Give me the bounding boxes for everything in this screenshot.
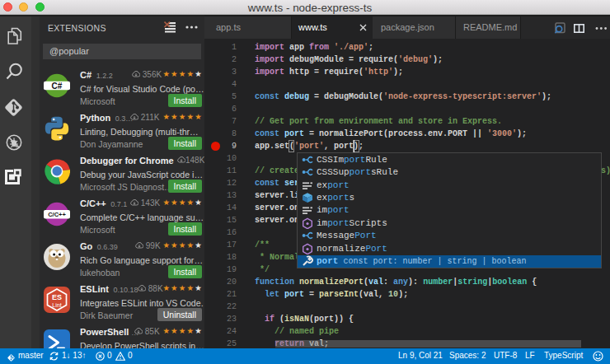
svg-text:Lint: Lint	[52, 302, 61, 308]
svg-text:C/C++: C/C++	[48, 211, 66, 218]
svg-text:C#: C#	[52, 82, 63, 91]
svg-text:ES: ES	[52, 293, 62, 301]
